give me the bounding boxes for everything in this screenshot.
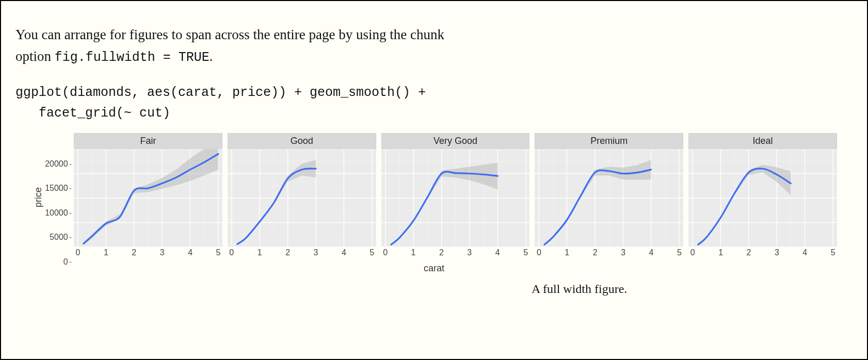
x-tick: 5: [831, 248, 835, 257]
facet-fair: Fair012345: [74, 133, 222, 262]
x-tick: 3: [775, 248, 779, 257]
x-tick: 0: [537, 248, 541, 257]
y-axis: price 05000100001500020000: [31, 133, 74, 262]
x-tick: 3: [467, 248, 472, 257]
y-tick: 10000: [45, 208, 72, 218]
body-paragraph: You can arrange for figures to span acro…: [15, 24, 480, 68]
y-axis-ticks: 05000100001500020000: [44, 149, 74, 262]
x-tick: 1: [258, 248, 262, 257]
x-tick: 1: [411, 248, 416, 257]
facet-panel: [228, 149, 376, 247]
facet-strip: Very Good: [381, 133, 530, 149]
x-tick: 1: [104, 248, 108, 257]
x-axis-ticks: 012345: [228, 247, 376, 260]
facet-panel: [74, 149, 222, 247]
figure-caption: A full width figure.: [532, 282, 853, 296]
x-tick: 2: [285, 248, 290, 257]
x-axis-ticks: 012345: [688, 247, 837, 260]
x-tick: 0: [76, 248, 81, 257]
x-tick: 2: [593, 248, 598, 257]
x-axis-label: carat: [15, 263, 853, 274]
facet-panel: [381, 149, 530, 247]
x-tick: 5: [677, 248, 682, 257]
x-tick: 1: [565, 248, 569, 257]
facet-strip: Premium: [535, 133, 683, 149]
x-tick: 3: [314, 248, 318, 257]
facet-premium: Premium012345: [535, 133, 683, 262]
code-block: ggplot(diamonds, aes(carat, price)) + ge…: [15, 83, 853, 124]
y-tick: 5000: [50, 233, 72, 242]
facet-panel: [688, 149, 837, 247]
x-tick: 4: [495, 248, 500, 257]
x-tick: 2: [132, 248, 136, 257]
x-tick: 4: [188, 248, 192, 257]
facet-strip: Good: [228, 133, 376, 149]
x-tick: 2: [747, 248, 751, 257]
x-tick: 4: [802, 248, 807, 257]
x-tick: 5: [523, 248, 528, 257]
x-tick: 4: [649, 248, 654, 257]
x-tick: 3: [621, 248, 625, 257]
x-tick: 5: [216, 248, 221, 257]
y-tick: 20000: [45, 159, 72, 169]
x-tick: 3: [160, 248, 165, 257]
x-tick: 2: [439, 248, 444, 257]
facet-strip: Fair: [74, 133, 222, 149]
facet-chart: price 05000100001500020000 Fair012345Goo…: [31, 133, 837, 262]
facet-ideal: Ideal012345: [688, 133, 837, 262]
y-tick: 15000: [45, 184, 72, 193]
y-tick: 0: [63, 257, 72, 267]
facet-good: Good012345: [228, 133, 376, 262]
x-tick: 4: [342, 248, 346, 257]
x-axis-ticks: 012345: [381, 247, 530, 260]
facet-panel: [535, 149, 683, 247]
x-axis-ticks: 012345: [74, 247, 222, 260]
x-tick: 5: [369, 248, 374, 257]
document-page: You can arrange for figures to span acro…: [0, 0, 868, 360]
facet-very-good: Very Good012345: [381, 133, 530, 262]
inline-code: fig.fullwidth = TRUE: [55, 50, 210, 65]
facet-container: Fair012345Good012345Very Good012345Premi…: [74, 133, 837, 262]
x-tick: 1: [718, 248, 723, 257]
x-tick: 0: [383, 248, 388, 257]
x-tick: 0: [690, 248, 695, 257]
body-text-post: .: [210, 48, 213, 64]
x-tick: 0: [229, 248, 234, 257]
x-axis-ticks: 012345: [535, 247, 683, 260]
y-axis-label: price: [31, 187, 44, 207]
facet-strip: Ideal: [688, 133, 837, 149]
